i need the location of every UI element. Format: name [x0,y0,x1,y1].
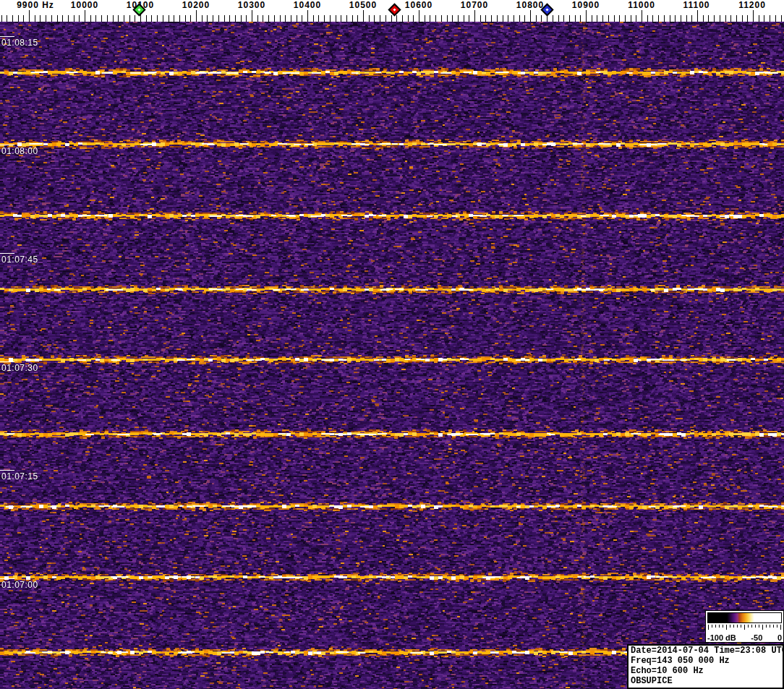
freq-major-tick [307,10,308,22]
freq-minor-tick [608,15,609,22]
freq-minor-tick [313,15,314,22]
freq-minor-tick [62,15,63,22]
freq-major-tick [697,10,698,22]
frequency-ruler[interactable]: 9900 Hz100001010010200103001040010500106… [0,0,784,22]
freq-tick-label: 10400 [294,0,321,10]
freq-minor-tick [7,15,7,22]
freq-minor-tick [413,15,414,22]
freq-minor-tick [107,15,108,22]
freq-minor-tick [563,15,564,22]
freq-minor-tick [352,15,353,22]
freq-minor-tick [23,15,24,22]
marker-blue-core-dot [545,8,548,11]
freq-minor-tick [291,15,291,22]
freq-minor-tick [146,15,147,22]
freq-minor-tick [235,15,236,22]
freq-minor-tick [190,15,191,22]
freq-minor-tick [569,15,570,22]
freq-minor-tick [725,15,726,22]
info-frequency: Freq=143 050 000 Hz [631,656,780,666]
freq-minor-tick [759,15,759,22]
legend-tick [773,625,774,628]
freq-minor-tick [202,15,203,22]
legend-tick [759,625,759,628]
freq-minor-tick [330,15,331,22]
legend-tick [737,625,738,628]
freq-minor-tick [1,15,2,22]
legend-tick [719,625,720,628]
freq-tick-label: 10500 [349,0,377,10]
freq-tick-label: 10200 [182,0,210,10]
freq-minor-tick [670,15,670,22]
freq-minor-tick [480,15,481,22]
freq-minor-tick [229,15,230,22]
freq-major-tick [753,10,754,22]
legend-tick [733,625,734,628]
marker-blue-fill [542,5,552,14]
freq-minor-tick [380,15,380,22]
freq-minor-tick [508,15,508,22]
freq-minor-tick [285,15,286,22]
freq-minor-tick [597,15,597,22]
freq-minor-tick [95,15,96,22]
freq-minor-tick [51,15,52,22]
legend-tick [751,625,752,628]
freq-minor-tick [385,15,386,22]
freq-minor-tick [592,15,592,22]
freq-minor-tick [169,15,169,22]
freq-minor-tick [274,15,275,22]
freq-minor-tick [357,15,358,22]
freq-minor-tick [57,15,58,22]
info-station-name: OBSUPICE [631,676,780,686]
freq-minor-tick [503,15,503,22]
freq-minor-tick [469,15,469,22]
freq-minor-tick [524,15,525,22]
freq-minor-tick [374,15,375,22]
freq-minor-tick [464,15,464,22]
freq-minor-tick [681,15,681,22]
legend-labels: -100 dB -50 0 [707,633,782,642]
freq-minor-tick [730,15,731,22]
freq-minor-tick [536,15,537,22]
freq-minor-tick [691,15,692,22]
freq-minor-tick [135,15,135,22]
freq-minor-tick [625,15,626,22]
freq-minor-tick [246,15,247,22]
info-date-time: Date=2014-07-04 Time=23:08 UTC [631,646,780,656]
freq-minor-tick [124,15,124,22]
freq-tick-label: 10000 [71,0,98,10]
legend-tick [744,625,745,630]
freq-minor-tick [614,15,615,22]
freq-major-tick [363,10,364,22]
freq-minor-tick [151,15,152,22]
freq-minor-tick [447,15,448,22]
legend-tick [741,625,741,628]
freq-minor-tick [157,15,158,22]
freq-minor-tick [46,15,46,22]
legend-tick [715,625,716,628]
freq-minor-tick [553,15,553,22]
freq-minor-tick [658,15,659,22]
freq-minor-tick [402,15,403,22]
legend-tick [726,625,727,630]
legend-tick [748,625,749,628]
legend-label-mid: -50 [751,633,762,642]
legend-tick [712,625,712,628]
info-echo-frequency: Echo=10 600 Hz [631,666,780,676]
freq-minor-tick [686,15,687,22]
freq-minor-tick [703,15,704,22]
freq-major-tick [586,10,587,22]
freq-minor-tick [775,15,776,22]
freq-minor-tick [514,15,514,22]
freq-minor-tick [675,15,676,22]
legend-tick [780,625,781,630]
freq-tick-label: 10600 [405,0,433,10]
amplitude-color-scale: -100 dB -50 0 [705,610,784,643]
freq-tick-label: 11200 [738,0,766,10]
freq-major-tick [530,10,531,22]
marker-red-diamond[interactable] [388,3,401,16]
legend-tick [730,625,730,628]
freq-minor-tick [770,15,770,22]
freq-major-tick [642,10,642,22]
freq-minor-tick [619,15,620,22]
